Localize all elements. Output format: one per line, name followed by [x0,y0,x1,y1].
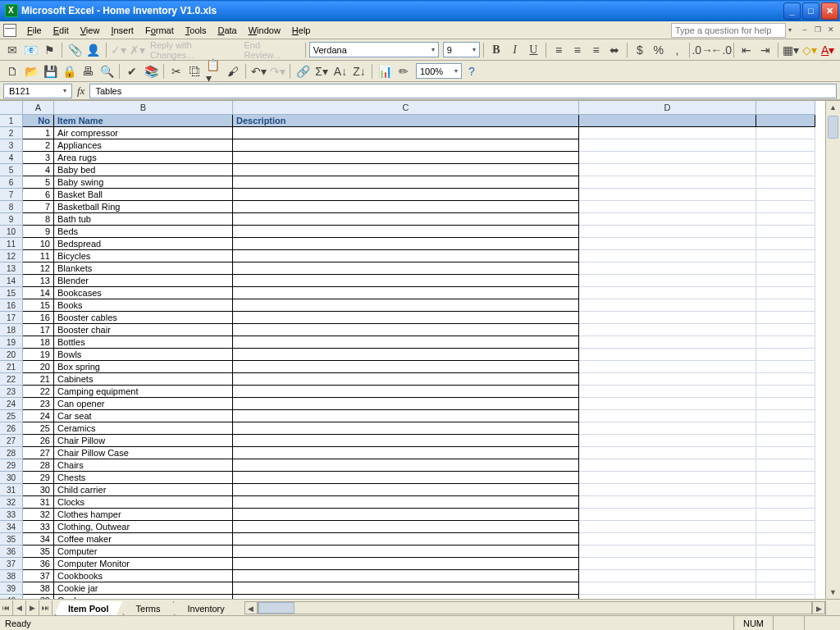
cell[interactable]: Chair Pillow [54,435,233,447]
align-left-icon[interactable]: ≡ [550,41,568,59]
cell[interactable]: 4 [23,164,54,176]
row-header[interactable]: 18 [0,324,23,336]
cell[interactable] [579,324,756,336]
cell[interactable]: 5 [23,176,54,189]
cell[interactable]: Blankets [54,262,233,275]
cell[interactable] [233,176,579,189]
new-file-icon[interactable]: 🗋 [3,62,21,80]
cell[interactable]: Chair Pillow Case [54,447,233,459]
cell[interactable] [233,447,579,459]
row-header[interactable]: 5 [0,164,23,176]
row-header[interactable]: 3 [0,139,23,152]
doc-minimize-button[interactable]: – [799,25,810,35]
cell[interactable] [756,373,815,386]
zoom-combo[interactable]: 100%▾ [416,63,462,79]
cell[interactable]: 28 [23,459,54,472]
cell[interactable] [756,312,815,324]
tab-nav-prev-icon[interactable]: ◀ [13,600,26,615]
window-minimize-button[interactable]: _ [783,2,801,20]
cell[interactable] [233,435,579,447]
menu-edit[interactable]: Edit [48,24,75,37]
cell[interactable] [233,324,579,336]
cell[interactable] [233,201,579,213]
row-header[interactable]: 19 [0,336,23,349]
cell[interactable]: Air compressor [54,127,233,139]
cell[interactable]: 20 [23,361,54,373]
send-icon[interactable]: 📧 [22,41,40,59]
row-header[interactable]: 34 [0,521,23,533]
cell[interactable]: Beds [54,226,233,238]
row-header[interactable]: 20 [0,349,23,361]
cell[interactable] [579,139,756,152]
cell[interactable] [233,558,579,570]
row-header[interactable]: 16 [0,299,23,312]
horizontal-scrollbar[interactable]: ◀ ▶ [244,601,825,614]
cell[interactable] [233,262,579,275]
cell[interactable] [579,189,756,201]
cell[interactable] [756,496,815,509]
cell[interactable] [756,558,815,570]
cell[interactable]: Bookcases [54,287,233,299]
cell[interactable] [233,139,579,152]
cell[interactable] [579,496,756,509]
cell[interactable]: Bottles [54,336,233,349]
cell[interactable]: Bowls [54,349,233,361]
formula-input[interactable]: Tables [89,84,837,98]
cell[interactable] [233,299,579,312]
print-icon[interactable]: 🖶 [79,62,97,80]
cell[interactable]: Computer Monitor [54,558,233,570]
cell[interactable]: Can opener [54,398,233,410]
cell[interactable] [233,127,579,139]
cell[interactable] [579,336,756,349]
cell[interactable] [579,262,756,275]
align-right-icon[interactable]: ≡ [587,41,605,59]
cell[interactable] [579,312,756,324]
copy-icon[interactable]: ⿻ [186,62,204,80]
borders-icon[interactable]: ▦▾ [782,41,800,59]
cell[interactable] [579,472,756,484]
cell[interactable]: 14 [23,287,54,299]
redo-icon[interactable]: ↷▾ [268,62,286,80]
cell[interactable]: 18 [23,336,54,349]
cell[interactable] [579,521,756,533]
sort-asc-icon[interactable]: A↓ [331,62,349,80]
cell[interactable]: Chairs [54,459,233,472]
row-header[interactable]: 4 [0,152,23,164]
cell[interactable]: Clothes hamper [54,509,233,521]
cell[interactable] [579,484,756,496]
cell[interactable] [579,152,756,164]
cell[interactable] [233,336,579,349]
cell[interactable]: 37 [23,570,54,582]
cell[interactable] [579,299,756,312]
row-header[interactable]: 31 [0,484,23,496]
row-headers[interactable]: 1234567891011121314151617181920212223242… [0,115,23,599]
cell[interactable] [756,361,815,373]
cell[interactable] [233,373,579,386]
menu-view[interactable]: View [75,24,106,37]
cell[interactable] [233,312,579,324]
cell[interactable] [579,558,756,570]
cell[interactable]: Clothing, Outwear [54,521,233,533]
cell[interactable] [579,582,756,595]
cell[interactable]: Booster chair [54,324,233,336]
column-header-C[interactable]: C [233,101,579,115]
cell[interactable] [579,250,756,262]
cell[interactable] [233,422,579,435]
cell[interactable]: Basket Ball [54,189,233,201]
print-preview-icon[interactable]: 🔍 [98,62,116,80]
cell[interactable] [756,127,815,139]
row-header[interactable]: 37 [0,558,23,570]
menu-format[interactable]: Format [139,24,180,37]
row-header[interactable]: 29 [0,459,23,472]
cell[interactable]: Basketball Ring [54,201,233,213]
underline-button[interactable]: U [525,41,543,59]
help-dropdown-icon[interactable]: ▾ [786,26,794,34]
cell[interactable] [756,349,815,361]
cell[interactable] [233,496,579,509]
cell[interactable] [579,213,756,226]
column-header-A[interactable]: A [23,101,54,115]
cell[interactable] [579,201,756,213]
cell[interactable] [579,287,756,299]
font-name-combo[interactable]: Verdana▾ [309,42,439,57]
cell[interactable] [756,336,815,349]
